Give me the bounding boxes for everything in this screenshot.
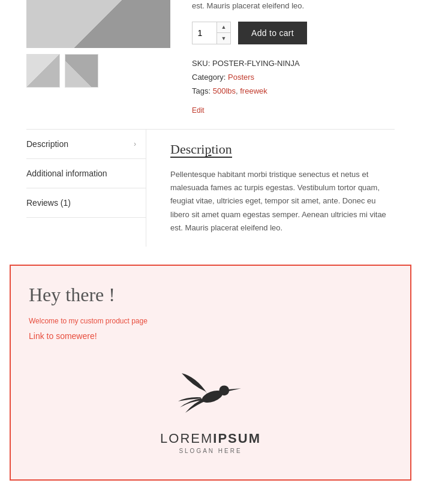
quantity-down-button[interactable]: ▼ xyxy=(217,33,230,44)
category-label: Category: xyxy=(192,73,225,82)
chevron-right-icon: › xyxy=(134,140,136,148)
tab-description-body: Pellentesque habitant morbi tristique se… xyxy=(170,168,395,234)
tab-content-title: Description xyxy=(170,142,395,157)
intro-text: est. Mauris placerat eleifend leo. xyxy=(192,0,403,12)
tabs-section: Description › Additional information Rev… xyxy=(26,129,395,246)
logo-bold-text: IPSUM xyxy=(213,431,261,446)
tabs-sidebar: Description › Additional information Rev… xyxy=(26,130,146,246)
svg-point-1 xyxy=(219,385,229,395)
product-images xyxy=(0,0,192,117)
tag1-link[interactable]: 500lbs xyxy=(213,86,236,95)
tag2-link[interactable]: freewek xyxy=(240,86,267,95)
quantity-arrows: ▲ ▼ xyxy=(216,22,230,44)
add-to-cart-row: ▲ ▼ Add to cart xyxy=(192,22,403,44)
logo-slogan: SLOGAN HERE xyxy=(160,448,261,454)
logo-text-area: LOREMIPSUM SLOGAN HERE xyxy=(160,431,261,454)
logo-light-text: LOREM xyxy=(160,431,213,446)
tab-reviews[interactable]: Reviews (1) xyxy=(26,188,146,218)
sku-row: SKU: POSTER-FLYING-NINJA xyxy=(192,56,403,70)
product-details: est. Mauris placerat eleifend leo. ▲ ▼ A… xyxy=(192,0,421,117)
welcome-plain: Welcome to my custom xyxy=(29,317,106,325)
welcome-link: product page xyxy=(106,317,148,325)
quantity-wrapper: ▲ ▼ xyxy=(192,22,231,44)
tags-label: Tags: xyxy=(192,86,210,95)
tags-row: Tags: 500lbs, freewek xyxy=(192,84,403,98)
welcome-text: Welcome to my custom product page xyxy=(29,317,392,325)
product-top-section: est. Mauris placerat eleifend leo. ▲ ▼ A… xyxy=(0,0,421,129)
svg-marker-2 xyxy=(228,388,241,391)
thumbnail-1[interactable] xyxy=(26,54,60,88)
logo-main-text: LOREMIPSUM xyxy=(160,431,261,446)
bird-logo-icon xyxy=(175,365,246,425)
category-link[interactable]: Posters xyxy=(228,73,254,82)
tabs-content: Description Pellentesque habitant morbi … xyxy=(146,130,395,246)
hey-there-heading: Hey there ! xyxy=(29,284,392,306)
quantity-up-button[interactable]: ▲ xyxy=(217,22,230,33)
link-somewere[interactable]: Link to somewere! xyxy=(29,331,392,341)
category-row: Category: Posters xyxy=(192,70,403,84)
add-to-cart-button[interactable]: Add to cart xyxy=(238,22,307,44)
quantity-input[interactable] xyxy=(193,22,216,44)
tab-additional-info[interactable]: Additional information xyxy=(26,159,146,188)
thumbnail-2[interactable] xyxy=(65,54,98,88)
tab-additional-info-label: Additional information xyxy=(26,169,107,178)
logo-area: LOREMIPSUM SLOGAN HERE xyxy=(29,365,392,454)
product-meta: SKU: POSTER-FLYING-NINJA Category: Poste… xyxy=(192,56,403,118)
tab-reviews-label: Reviews (1) xyxy=(26,198,71,208)
tab-description-label: Description xyxy=(26,139,68,149)
sku-label: SKU: xyxy=(192,59,210,68)
tab-description[interactable]: Description › xyxy=(26,130,146,159)
main-product-image xyxy=(26,0,170,48)
edit-link[interactable]: Edit xyxy=(192,104,403,118)
custom-product-area: Hey there ! Welcome to my custom product… xyxy=(10,265,411,481)
thumbnail-row xyxy=(26,54,180,88)
sku-value: POSTER-FLYING-NINJA xyxy=(212,59,300,68)
